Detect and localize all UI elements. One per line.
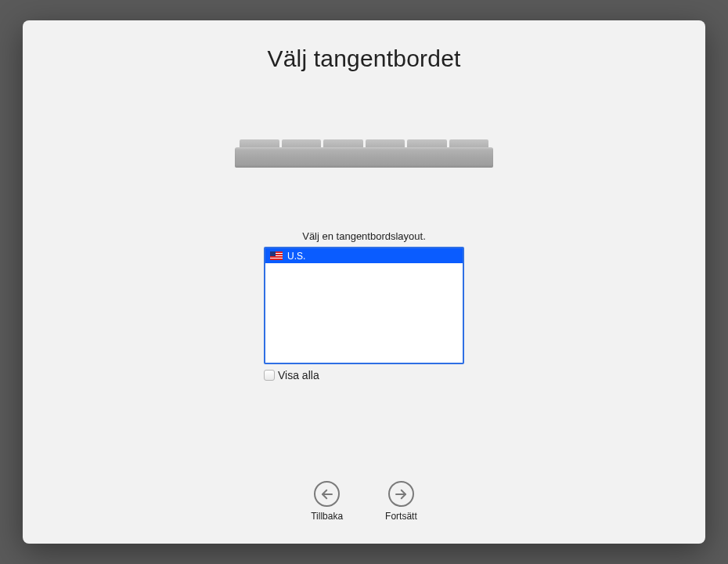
show-all-label: Visa alla [278,369,319,381]
continue-button[interactable]: Fortsätt [385,481,417,522]
keyboard-layout-listbox[interactable]: U.S. [264,247,464,364]
back-button[interactable]: Tillbaka [311,481,343,522]
show-all-checkbox[interactable] [264,370,275,381]
us-flag-icon [270,251,283,260]
keyboard-illustration [235,139,493,168]
arrow-left-icon [314,481,340,507]
list-item[interactable]: U.S. [265,248,463,263]
arrow-right-icon [388,481,414,507]
nav-buttons: Tillbaka Fortsätt [311,481,417,522]
back-label: Tillbaka [311,511,343,522]
setup-assistant-window: Välj tangentbordet Välj en tangentbordsl… [23,20,705,544]
show-all-row: Visa alla [264,369,464,381]
page-title: Välj tangentbordet [267,45,460,72]
section-label: Välj en tangentbordslayout. [302,230,426,242]
continue-label: Fortsätt [385,511,417,522]
list-item-label: U.S. [287,251,305,262]
